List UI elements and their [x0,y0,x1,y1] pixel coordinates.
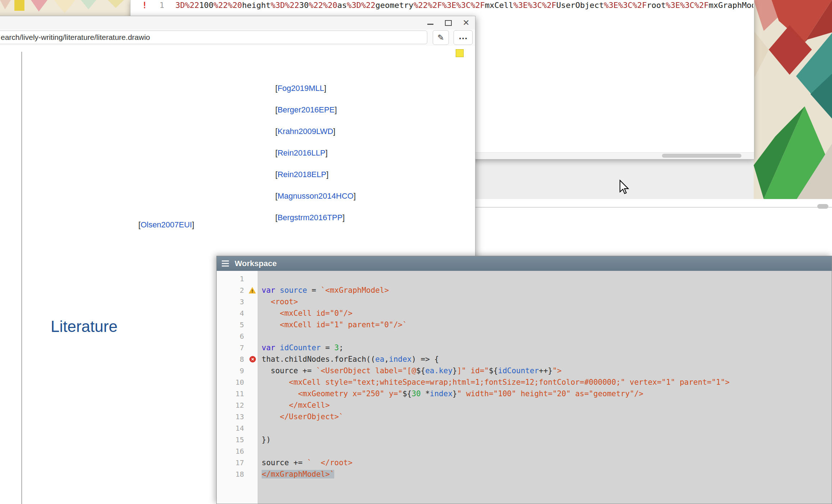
side-citation: [Olsen2007EUI] [138,214,194,236]
error-annotation: ! [142,0,147,13]
encoded-code-line[interactable]: 3D%22100%22%20height%3D%2230%22%20as%3D%… [175,0,753,13]
selection-handle[interactable] [456,49,464,57]
code-line[interactable]: </mxCell> [258,399,832,411]
code-line[interactable] [258,273,832,285]
desktop-wallpaper-right [754,0,832,199]
drawio-titlebar: ✕ [0,16,475,29]
code-line[interactable] [258,445,832,457]
horizontal-scrollbar-thumb[interactable] [662,154,741,158]
code-line[interactable]: <mxCell id="0"/> [258,308,832,319]
pencil-icon: ✎ [437,33,444,42]
workspace-title: Workspace [235,259,277,268]
file-path-input[interactable] [0,31,427,44]
code-line[interactable]: <mxCell style="text;whiteSpace=wrap;html… [258,376,832,388]
scrollbar-thumb-small[interactable] [817,204,828,209]
code-line[interactable]: <root> [258,296,832,308]
menu-icon[interactable] [222,260,229,267]
citation-link[interactable]: [Berger2016EPE] [275,99,356,121]
citation-list: [Fog2019MLL][Berger2016EPE][Krahn2009LWD… [275,78,356,228]
workspace-titlebar[interactable]: Workspace [217,256,832,271]
citation-link[interactable]: [Rein2016LLP] [275,142,356,164]
maximize-button[interactable] [442,17,454,29]
error-icon: ✕ [249,356,256,362]
code-line[interactable]: <mxGeometry x="250" y="${30 *index}" wid… [258,388,832,399]
workspace-code[interactable]: var source = `<mxGraphModel> <root> <mxC… [258,271,832,504]
workspace-editor: 12!345678✕9101112131415161718 var source… [217,271,832,504]
drawio-url-row: ✎ … [0,29,475,46]
citation-link[interactable]: [Krahn2009LWD] [275,121,356,142]
desktop-wallpaper-left [0,0,130,16]
citation-link[interactable]: [Magnusson2014HCO] [275,185,356,207]
ellipsis-icon: … [459,34,468,38]
minimize-button[interactable] [424,17,436,29]
citation-link[interactable]: [Fog2019MLL] [275,78,356,99]
code-line[interactable]: source += `<UserObject label="[@${ea.key… [258,365,832,376]
close-icon: ✕ [463,19,469,27]
code-line[interactable]: </mxGraphModel>` [258,468,832,480]
workspace-window: Workspace 12!345678✕9101112131415161718 … [216,256,832,504]
close-button[interactable]: ✕ [460,17,472,29]
literature-heading[interactable]: Literature [51,318,118,336]
page-boundary-line [22,52,22,504]
code-line[interactable] [258,330,832,342]
code-line[interactable]: </UserObject>` [258,411,832,422]
maximize-icon [445,20,452,26]
background-app-area [475,159,754,199]
more-options-button[interactable]: … [454,30,473,45]
workspace-gutter: 12!345678✕9101112131415161718 [217,271,258,504]
minimize-icon [427,24,433,25]
code-line[interactable]: }) [258,434,832,445]
citation-link[interactable]: [Rein2018ELP] [275,164,356,185]
citation-link[interactable]: [Bergstrm2016TPP] [275,207,356,228]
mouse-cursor [619,180,630,195]
window-divider [475,207,832,208]
line-number: 1 [152,0,164,13]
code-line[interactable] [258,422,832,434]
edit-button[interactable]: ✎ [433,30,449,45]
code-line[interactable]: that.childNodes.forEach((ea,index) => { [258,353,832,365]
code-line[interactable]: var idCounter = 3; [258,342,832,353]
code-line[interactable]: var source = `<mxGraphModel> [258,285,832,296]
code-line[interactable]: source += ` </root> [258,457,832,468]
citation-link[interactable]: [Olsen2007EUI] [138,214,194,236]
code-line[interactable]: <mxCell id="1" parent="0"/>` [258,319,832,330]
